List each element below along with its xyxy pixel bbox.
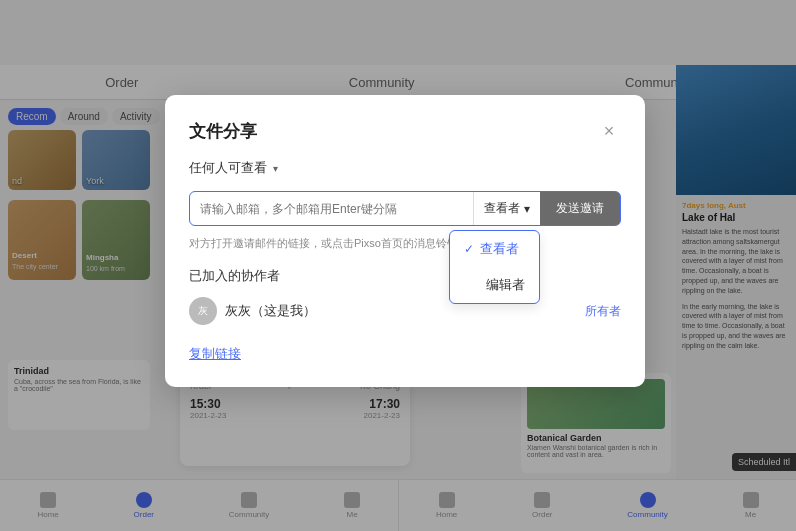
role-dropdown-label: 查看者 [484,200,520,217]
share-dialog: 文件分享 × 任何人可查看 ▾ 查看者 ▾ ✓ 查看者 编辑者 发送邀请 对方打… [165,95,645,387]
collaborators-section-title: 已加入的协作者 [189,267,621,285]
role-menu-editor-label: 编辑者 [486,276,525,294]
role-dropdown-chevron-icon: ▾ [524,202,530,216]
collaborator-role: 所有者 [585,303,621,320]
email-input[interactable] [190,194,473,224]
email-input-row: 查看者 ▾ ✓ 查看者 编辑者 发送邀请 [189,191,621,226]
close-button[interactable]: × [597,119,621,143]
hint-text: 对方打开邀请邮件的链接，或点击Pixso首页的消息铃铛 [189,236,621,251]
role-dropdown-button[interactable]: 查看者 ▾ [473,192,540,225]
collaborator-avatar: 灰 [189,297,217,325]
role-menu-item-viewer[interactable]: ✓ 查看者 [450,231,539,267]
permission-label: 任何人可查看 [189,159,267,177]
permission-row: 任何人可查看 ▾ [189,159,621,177]
dialog-title: 文件分享 [189,120,257,143]
role-menu-viewer-label: 查看者 [480,240,519,258]
permission-chevron-icon: ▾ [273,163,278,174]
collaborator-row: 灰 灰灰（这是我） 所有者 [189,297,621,325]
collaborator-name: 灰灰（这是我） [225,302,316,320]
check-icon: ✓ [464,242,474,256]
role-menu-item-editor[interactable]: 编辑者 [450,267,539,303]
copy-link-button[interactable]: 复制链接 [189,345,241,363]
send-invite-button[interactable]: 发送邀请 [540,192,620,225]
role-dropdown-menu: ✓ 查看者 编辑者 [449,230,540,304]
collaborator-left: 灰 灰灰（这是我） [189,297,316,325]
dialog-header: 文件分享 × [189,119,621,143]
